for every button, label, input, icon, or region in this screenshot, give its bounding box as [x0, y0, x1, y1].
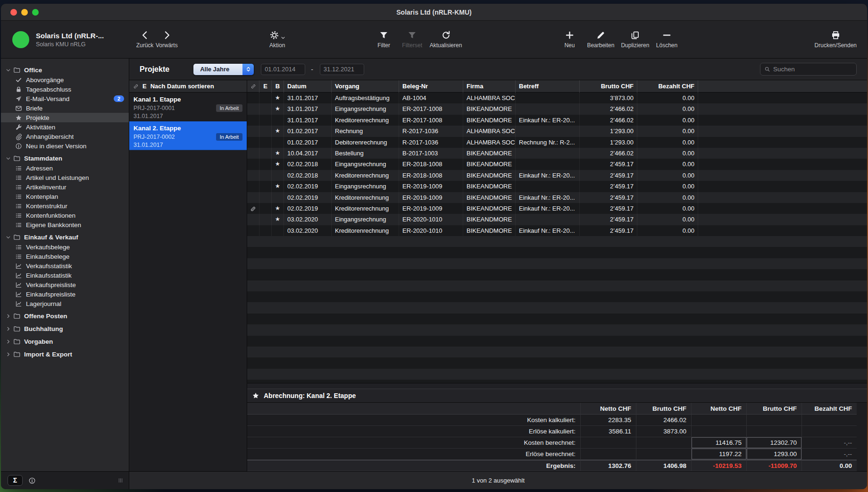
sidebar-item[interactable]: Verkaufsbelege [1, 242, 129, 252]
sidebar-item[interactable]: Abovorgänge [1, 75, 129, 85]
new-button[interactable]: Neu [559, 30, 580, 49]
sidebar-item[interactable]: Projekte [1, 113, 129, 122]
sidebar-item[interactable]: Verkaufsstatistik [1, 261, 129, 271]
table-row[interactable]: ★ 10.04.2017 Bestellung B-2017-1003 BIKE… [247, 148, 867, 159]
sidebar-item[interactable]: Anhangübersicht [1, 132, 129, 141]
sidebar-item[interactable]: Aktivitäten [1, 122, 129, 132]
sidebar-item[interactable]: Einkauf & Verkauf [1, 232, 129, 242]
search-input[interactable] [773, 66, 852, 73]
action-button[interactable]: Aktion [267, 30, 288, 49]
delete-button[interactable]: Löschen [656, 30, 677, 49]
sidebar-item[interactable]: Briefe [1, 103, 129, 113]
sidebar-item[interactable]: Artikel und Leistungen [1, 173, 129, 182]
chevron-icon[interactable] [6, 68, 13, 73]
popup-stepper[interactable] [242, 63, 254, 76]
sidebar-item[interactable]: Artikelinventur [1, 182, 129, 192]
date-from-input[interactable] [261, 64, 305, 75]
sidebar-item[interactable]: Einkaufsstatistik [1, 271, 129, 280]
chevron-icon[interactable] [6, 326, 13, 331]
sidebar-item[interactable]: Lagerjournal [1, 299, 129, 308]
table-row[interactable]: ★ 31.01.2017 Auftragsbestätigung AB-1004… [247, 93, 867, 103]
chevron-icon[interactable] [6, 352, 13, 357]
column-header-betreff[interactable]: Betreff [516, 80, 580, 93]
search-field[interactable] [760, 63, 857, 76]
grip-icon[interactable] [117, 477, 124, 484]
refresh-button[interactable]: Aktualisieren [430, 30, 462, 49]
edit-button[interactable]: Bearbeiten [587, 30, 614, 49]
sidebar-item[interactable]: Eigene Bankkonten [1, 220, 129, 229]
column-header-beleg[interactable]: Beleg-Nr [399, 80, 463, 93]
cell-betreff: Rechnung Nr.: R-2... [516, 137, 580, 148]
account-widget[interactable]: Solaris Ltd (nRLR-... Solaris KMU nRLG [1, 31, 129, 48]
sidebar-item[interactable]: Adressen [1, 163, 129, 173]
sidebar-item[interactable]: Kontenfunktionen [1, 211, 129, 220]
sidebar-item-label: Briefe [26, 105, 42, 112]
star-icon: ★ [272, 148, 284, 159]
summary-field[interactable]: 12302.70 [746, 437, 801, 449]
table-body: ★ 31.01.2017 Auftragsbestätigung AB-1004… [247, 93, 867, 236]
sum-button[interactable]: Σ [8, 475, 23, 486]
column-header-bezahlt[interactable]: Bezahlt CHF [637, 80, 698, 93]
column-header-firma[interactable]: Firma [463, 80, 516, 93]
sidebar-item[interactable]: Einkaufsbelege [1, 252, 129, 261]
sidebar-item[interactable]: Neu in dieser Version [1, 141, 129, 151]
sidebar-item[interactable]: Kontenstruktur [1, 201, 129, 211]
chevron-icon[interactable] [6, 156, 13, 161]
date-to-input[interactable] [320, 64, 364, 75]
year-filter-select[interactable]: Alle Jahre [193, 63, 254, 76]
cell-brutto: 2’459.17 [580, 225, 637, 236]
titlebar[interactable]: Solaris Ltd (nRLR-KMU) [1, 4, 867, 21]
chevron-icon[interactable] [6, 314, 13, 319]
print-send-button[interactable]: Drucken/Senden [815, 30, 857, 49]
sidebar-item[interactable]: Tagesabschluss [1, 85, 129, 94]
sidebar-item[interactable]: Verkaufspreisliste [1, 280, 129, 289]
sidebar-item[interactable]: Buchhaltung [1, 323, 129, 334]
summary-field[interactable]: 1293.00 [746, 449, 801, 460]
cell-vorgang: Eingangsrechnung [332, 103, 399, 114]
table-row[interactable]: ★ 02.02.2019 Kreditorenrechnung ER-2019-… [247, 203, 867, 214]
table-row[interactable]: ★ 02.02.2019 Eingangsrechnung ER-2019-10… [247, 181, 867, 192]
table-row[interactable]: 31.01.2017 Kreditorenrechnung ER-2017-10… [247, 115, 867, 126]
column-header-b[interactable]: B [272, 80, 284, 93]
column-header-vorgang[interactable]: Vorgang [332, 80, 399, 93]
sidebar-item[interactable]: Vorgaben [1, 336, 129, 347]
sidebar-item[interactable]: Offene Posten [1, 311, 129, 321]
table-row[interactable]: ★ 01.02.2017 Rechnung R-2017-1036 ALHAMB… [247, 126, 867, 136]
minimize-button[interactable] [21, 9, 28, 16]
project-card[interactable]: Kanal 1. Etappe PRJ-2017-0001 In Arbeit … [129, 93, 247, 121]
close-button[interactable] [10, 9, 17, 16]
column-header-datum[interactable]: Datum [284, 80, 332, 93]
sidebar-item[interactable]: Import & Export [1, 349, 129, 359]
table-row[interactable]: 01.02.2017 Debitorenrechnung R-2017-1036… [247, 137, 867, 148]
forward-button[interactable]: Vorwärts [156, 30, 178, 49]
sidebar-item[interactable]: Stammdaten [1, 153, 129, 163]
zoom-button[interactable] [32, 9, 39, 16]
column-header-e[interactable]: E [259, 80, 272, 93]
link-column-header[interactable] [247, 80, 259, 93]
column-header-brutto[interactable]: Brutto CHF [580, 80, 637, 93]
table-row[interactable]: ★ 31.01.2017 Eingangsrechnung ER-2017-10… [247, 103, 867, 114]
sort-label[interactable]: Nach Datum sortieren [150, 83, 214, 90]
table-row[interactable]: 02.02.2019 Kreditorenrechnung ER-2019-10… [247, 192, 867, 203]
sidebar-item[interactable]: Kontenplan [1, 192, 129, 201]
table-row[interactable]: ★ 02.02.2018 Eingangsrechnung ER-2018-10… [247, 159, 867, 170]
summary-field[interactable]: 11416.75 [691, 437, 746, 449]
sidebar-item[interactable]: Office [1, 65, 129, 75]
back-button[interactable]: Zurück [134, 30, 156, 49]
info-button[interactable] [28, 477, 36, 484]
filterset-button[interactable]: Filterset [401, 30, 423, 49]
summary-field[interactable]: 1197.22 [691, 449, 746, 460]
project-card[interactable]: Kanal 2. Etappe PRJ-2017-0002 In Arbeit … [129, 121, 247, 150]
duplicate-button[interactable]: Duplizieren [621, 30, 649, 49]
sidebar-item[interactable]: Einkaufspreisliste [1, 289, 129, 299]
project-list-header[interactable]: E Nach Datum sortieren [129, 80, 247, 93]
cell-datum: 02.02.2019 [284, 192, 332, 203]
account-name: Solaris Ltd (nRLR-... [36, 32, 104, 40]
filter-button[interactable]: Filter [373, 30, 395, 49]
chevron-icon[interactable] [6, 235, 13, 240]
chevron-icon[interactable] [6, 339, 13, 344]
table-row[interactable]: 02.02.2018 Kreditorenrechnung ER-2018-10… [247, 170, 867, 181]
sidebar-item[interactable]: E-Mail-Versand 2 [1, 94, 129, 103]
table-row[interactable]: 03.02.2020 Kreditorenrechnung ER-2020-10… [247, 225, 867, 236]
table-row[interactable]: ★ 03.02.2020 Eingangsrechnung ER-2020-10… [247, 214, 867, 225]
